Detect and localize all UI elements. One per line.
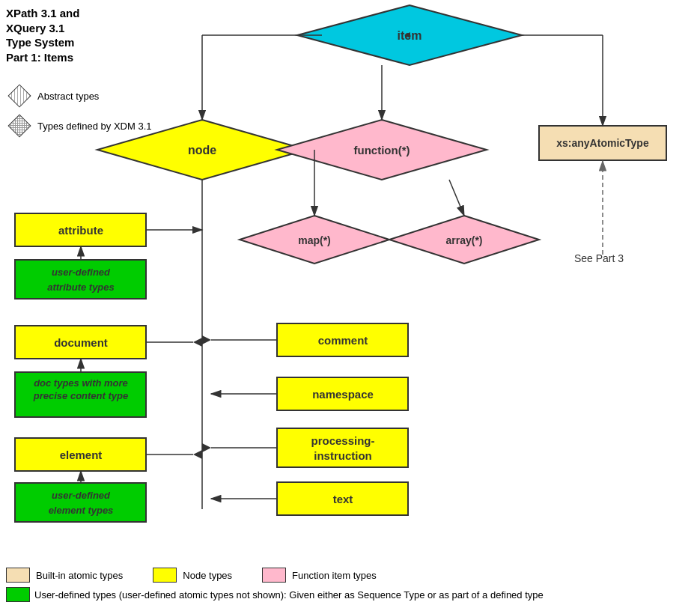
legend-row2: User-defined types (user-defined atomic … — [6, 587, 694, 602]
svg-text:map(*): map(*) — [298, 234, 331, 246]
legend-node: Node types — [153, 568, 232, 583]
svg-rect-26 — [15, 438, 146, 471]
diagram-svg: item node function(*) xs:anyAtomicType m… — [0, 0, 700, 608]
xdm-label: Types defined by XDM 3.1 — [37, 121, 151, 132]
svg-rect-16 — [15, 213, 146, 246]
function-label: Function item types — [292, 570, 377, 581]
svg-text:processing-: processing- — [311, 434, 374, 447]
svg-text:document: document — [54, 336, 108, 349]
svg-marker-62 — [202, 443, 211, 452]
userdefined-label: User-defined types (user-defined atomic … — [34, 589, 544, 601]
abstract-label: Abstract types — [37, 91, 99, 102]
legend-xdm: Types defined by XDM 3.1 — [6, 116, 151, 136]
svg-text:item: item — [398, 29, 422, 42]
legend-builtin: Built-in atomic types — [6, 568, 123, 583]
svg-text:attribute: attribute — [58, 224, 103, 237]
svg-rect-35 — [277, 428, 408, 467]
diagram-container: XPath 3.1 and XQuery 3.1 Type System Par… — [0, 0, 700, 608]
svg-text:See Part 3: See Part 3 — [574, 252, 624, 264]
svg-text:text: text — [333, 493, 353, 505]
svg-marker-8 — [277, 120, 487, 180]
svg-marker-12 — [240, 216, 389, 264]
bottom-legend: Built-in atomic types Node types Functio… — [0, 568, 700, 602]
svg-marker-54 — [193, 450, 202, 459]
userdefined-color-box — [6, 587, 30, 602]
legend-function: Function item types — [262, 568, 377, 583]
svg-text:node: node — [188, 144, 216, 156]
svg-rect-10 — [539, 126, 666, 160]
svg-line-48 — [449, 180, 464, 216]
legend-abstract: Abstract types — [6, 86, 99, 106]
svg-text:comment: comment — [318, 334, 368, 347]
svg-text:user-defined: user-defined — [52, 490, 111, 501]
svg-rect-23 — [15, 372, 146, 417]
function-color-box — [262, 568, 286, 583]
xdm-diamond-icon — [6, 116, 33, 136]
svg-rect-38 — [277, 482, 408, 515]
svg-text:function(*): function(*) — [354, 144, 410, 156]
title: XPath 3.1 and XQuery 3.1 Type System Par… — [6, 6, 79, 64]
svg-marker-65 — [404, 32, 410, 38]
svg-marker-14 — [389, 216, 539, 264]
svg-marker-4 — [297, 5, 522, 65]
legend-row1: Built-in atomic types Node types Functio… — [6, 568, 694, 583]
svg-text:user-defined: user-defined — [52, 267, 111, 278]
svg-text:instruction: instruction — [314, 449, 372, 462]
node-label: Node types — [183, 570, 232, 581]
svg-text:attribute types: attribute types — [47, 282, 115, 293]
svg-text:array(*): array(*) — [445, 234, 482, 246]
svg-text:namespace: namespace — [312, 388, 374, 401]
svg-text:element types: element types — [49, 505, 114, 516]
svg-text:doc types with more: doc types with more — [34, 377, 128, 389]
builtin-label: Built-in atomic types — [36, 570, 123, 581]
svg-marker-59 — [202, 335, 211, 344]
svg-text:element: element — [60, 449, 103, 461]
builtin-color-box — [6, 568, 30, 583]
abstract-diamond-icon — [6, 86, 33, 106]
node-color-box — [153, 568, 177, 583]
svg-rect-18 — [15, 260, 146, 299]
svg-marker-52 — [193, 338, 202, 347]
svg-rect-21 — [15, 326, 146, 359]
svg-text:precise content type: precise content type — [33, 390, 128, 401]
svg-rect-28 — [15, 483, 146, 522]
svg-rect-33 — [277, 377, 408, 410]
svg-text:xs:anyAtomicType: xs:anyAtomicType — [556, 137, 649, 149]
svg-rect-31 — [277, 323, 408, 356]
